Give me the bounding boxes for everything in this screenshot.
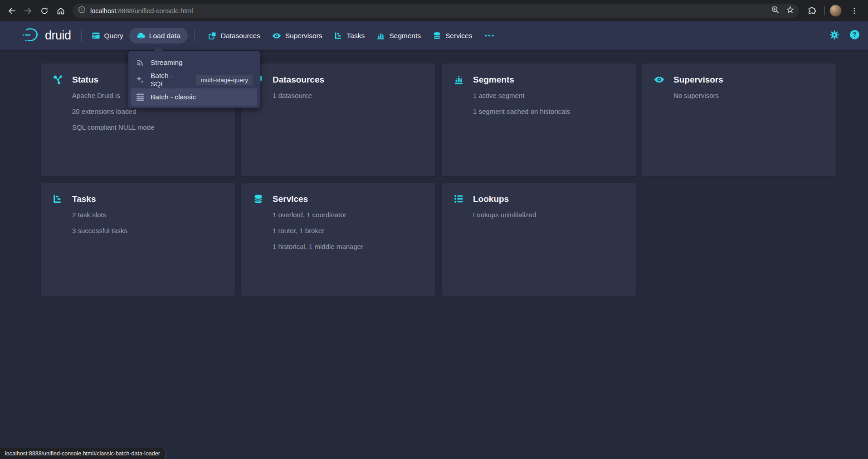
nav-segments[interactable]: Segments [376, 31, 421, 40]
stacked-chart-icon [454, 74, 464, 85]
site-info-icon[interactable] [78, 6, 86, 15]
card-line: 2 task slots [72, 210, 223, 220]
card-line: 20 extensions loaded [72, 107, 223, 116]
card-line: 1 overlord, 1 coordinator [273, 210, 424, 220]
svg-text:?: ? [853, 31, 857, 38]
card-title: Segments [473, 75, 514, 85]
status-graph-icon [53, 74, 63, 85]
nav-divider [81, 29, 82, 42]
card-line: 1 active segment [473, 91, 624, 100]
datasources-icon [208, 31, 217, 40]
address-bar[interactable]: localhost:8888/unified-console.html [73, 4, 799, 18]
card-line: 1 historical, 1 middle manager [273, 242, 424, 251]
menu-item-batch-sql[interactable]: Batch - SQL multi-stage-query [131, 71, 257, 88]
druid-wordmark: druid [45, 29, 71, 43]
browser-menu-icon[interactable] [846, 3, 863, 19]
card-title: Lookups [473, 194, 509, 204]
extensions-icon[interactable] [804, 3, 820, 19]
query-icon [92, 31, 100, 40]
help-icon[interactable]: ? [849, 29, 860, 42]
card-tasks[interactable]: Tasks 2 task slots 3 successful tasks [41, 183, 235, 296]
properties-list-icon [454, 194, 464, 204]
card-supervisors[interactable]: Supervisors No supervisors [642, 63, 836, 176]
nav-supervisors[interactable]: Supervisors [272, 31, 322, 40]
sparkles-icon [136, 75, 145, 84]
card-title: Datasources [273, 75, 324, 85]
nav-datasources[interactable]: Datasources [208, 31, 260, 40]
card-lookups[interactable]: Lookups Lookups uninitialized [442, 183, 636, 296]
home-icon[interactable] [53, 3, 69, 19]
card-line: 1 router, 1 broker [273, 226, 424, 235]
card-title: Supervisors [673, 75, 723, 85]
database-icon [433, 31, 441, 40]
database-icon [253, 194, 263, 204]
forward-icon[interactable] [20, 3, 36, 19]
toolbar-separator [824, 6, 825, 15]
nav-more-icon[interactable] [484, 31, 495, 40]
druid-navbar: druid Query Load data Datasources [0, 21, 868, 50]
th-list-icon [136, 93, 145, 102]
eye-icon [654, 74, 664, 85]
nav-load-data[interactable]: Load data [129, 28, 188, 44]
card-datasources[interactable]: Datasources 1 datasource [241, 63, 435, 176]
nav-services[interactable]: Services [433, 31, 472, 40]
card-title: Services [273, 194, 308, 204]
msq-badge: multi-stage-query [196, 75, 253, 85]
stacked-chart-icon [376, 31, 385, 40]
load-data-cloud-upload-icon [137, 31, 145, 40]
menu-item-batch-classic[interactable]: Batch - classic [131, 88, 257, 106]
link-preview-bar: localhost:8888/unified-console.html#clas… [0, 448, 166, 459]
feed-icon [136, 58, 145, 67]
card-line: 3 successful tasks [72, 226, 223, 235]
zoom-page-icon[interactable] [771, 5, 780, 16]
settings-gear-icon[interactable] [829, 30, 839, 42]
card-line: 1 segment cached on historicals [473, 107, 624, 116]
load-data-menu: Streaming Batch - SQL multi-stage-query … [128, 51, 260, 108]
browser-toolbar: localhost:8888/unified-console.html [0, 0, 868, 21]
profile-avatar[interactable] [829, 5, 842, 17]
card-line: 1 datasource [273, 91, 424, 100]
card-line: No supervisors [673, 91, 824, 100]
gantt-chart-icon [334, 31, 343, 40]
card-line: Lookups uninitialized [473, 210, 624, 220]
druid-logo[interactable]: druid [22, 27, 71, 44]
back-icon[interactable] [4, 3, 20, 19]
gantt-chart-icon [53, 194, 63, 204]
menu-item-streaming[interactable]: Streaming [131, 54, 257, 71]
nav-divider [194, 29, 195, 42]
druid-logo-icon [22, 27, 39, 44]
eye-icon [272, 31, 281, 40]
url-text: localhost:8888/unified-console.html [90, 7, 193, 15]
nav-tasks[interactable]: Tasks [334, 31, 365, 40]
card-segments[interactable]: Segments 1 active segment 1 segment cach… [442, 63, 636, 176]
reload-icon[interactable] [36, 3, 53, 19]
nav-query[interactable]: Query [92, 31, 123, 40]
card-title: Tasks [72, 194, 96, 204]
card-title: Status [72, 75, 98, 85]
card-line: SQL compliant NULL mode [72, 123, 223, 132]
bookmark-star-icon[interactable] [786, 5, 795, 16]
card-services[interactable]: Services 1 overlord, 1 coordinator 1 rou… [241, 183, 435, 296]
